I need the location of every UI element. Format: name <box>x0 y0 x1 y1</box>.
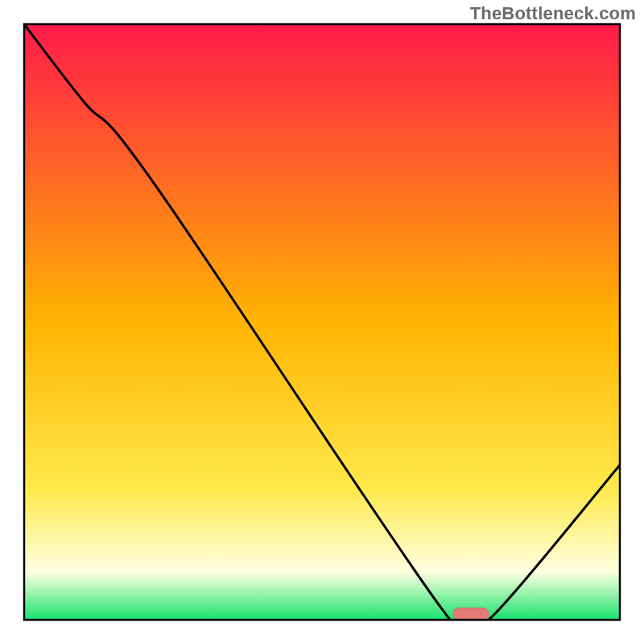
gradient-background <box>24 24 620 620</box>
chart-container: TheBottleneck.com <box>0 0 644 644</box>
watermark-text: TheBottleneck.com <box>470 3 636 24</box>
optimal-marker <box>453 608 489 620</box>
chart-svg <box>0 0 644 644</box>
